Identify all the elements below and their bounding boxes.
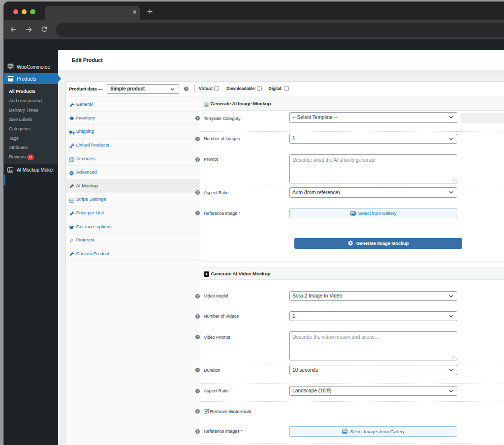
svg-text:Woo: Woo <box>8 65 13 68</box>
